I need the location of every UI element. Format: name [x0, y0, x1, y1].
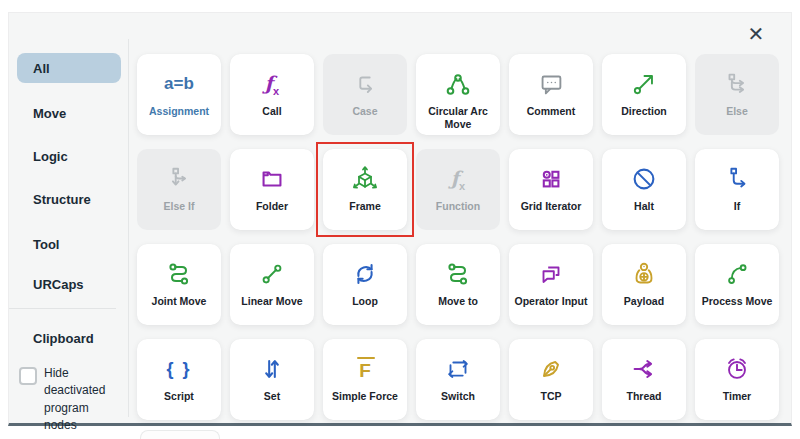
- clipped-next-row-tile: [140, 430, 220, 439]
- node-tile-folder[interactable]: Folder: [230, 149, 314, 230]
- node-tile-label: Move to: [435, 295, 481, 308]
- node-tile-move-to[interactable]: Move to: [416, 244, 500, 325]
- node-tile-label: TCP: [538, 390, 565, 403]
- function-icon: ƒx: [451, 161, 465, 197]
- node-tile-label: Script: [161, 390, 197, 403]
- node-tile-comment[interactable]: Comment: [509, 54, 593, 135]
- node-tile-joint-move[interactable]: Joint Move: [137, 244, 221, 325]
- simple-force-icon: F: [359, 351, 371, 387]
- node-tile-loop[interactable]: Loop: [323, 244, 407, 325]
- node-tile-assignment[interactable]: a=b Assignment: [137, 54, 221, 135]
- thread-icon: [629, 351, 659, 387]
- set-icon: [257, 351, 287, 387]
- node-tile-process-move[interactable]: Process Move: [695, 244, 779, 325]
- node-tile-label: Linear Move: [238, 295, 305, 308]
- node-tile-label: Switch: [438, 390, 478, 403]
- node-tile-function: ƒx Function: [416, 149, 500, 230]
- node-tile-label: Set: [261, 390, 283, 403]
- sidebar-item-label: Structure: [33, 192, 91, 207]
- sidebar-item-logic[interactable]: Logic: [9, 141, 128, 171]
- switch-icon: [443, 351, 473, 387]
- node-tile-thread[interactable]: Thread: [602, 339, 686, 420]
- script-icon: { }: [166, 351, 191, 387]
- sidebar-divider: [9, 308, 116, 309]
- node-tile-label: Frame: [346, 200, 384, 213]
- sidebar-item-label: Clipboard: [33, 331, 94, 346]
- sidebar-item-label: All: [33, 61, 50, 76]
- node-tile-set[interactable]: Set: [230, 339, 314, 420]
- assignment-icon: a=b: [164, 66, 194, 102]
- node-tile-label: Circular Arc Move: [416, 105, 500, 130]
- sidebar-item-label: URCaps: [33, 277, 84, 292]
- node-tile-label: Assignment: [146, 105, 212, 118]
- move-to-icon: [442, 256, 474, 292]
- sidebar-item-label: Logic: [33, 149, 68, 164]
- sidebar-vertical-rule: [128, 39, 129, 417]
- tcp-pen-icon: [536, 351, 566, 387]
- node-tile-label: Timer: [720, 390, 754, 403]
- else-if-icon: [164, 161, 194, 197]
- node-tile-switch[interactable]: Switch: [416, 339, 500, 420]
- folder-icon: [257, 161, 287, 197]
- comment-icon: [536, 66, 566, 102]
- process-move-icon: [722, 256, 752, 292]
- node-tile-grid-iterator[interactable]: Grid Iterator: [509, 149, 593, 230]
- node-tile-direction[interactable]: Direction: [602, 54, 686, 135]
- node-tile-label: Else: [723, 105, 751, 118]
- node-tile-label: Joint Move: [149, 295, 210, 308]
- grid-iterator-icon: [536, 161, 566, 197]
- node-tile-if[interactable]: If: [695, 149, 779, 230]
- sidebar-item-all[interactable]: All: [17, 53, 121, 83]
- call-function-icon: ƒx: [265, 66, 279, 102]
- node-tile-label: Operator Input: [512, 295, 591, 308]
- node-tile-label: Halt: [631, 200, 657, 213]
- joint-move-icon: [163, 256, 195, 292]
- sidebar-item-tool[interactable]: Tool: [9, 229, 128, 259]
- node-tile-label: Payload: [621, 295, 667, 308]
- node-tile-label: Direction: [618, 105, 670, 118]
- checkbox-label: Hide deactivated program nodes: [44, 365, 122, 435]
- category-sidebar: All Move Logic Structure Tool URCaps Cli…: [9, 13, 128, 423]
- node-tile-label: Comment: [524, 105, 578, 118]
- direction-icon: [629, 66, 659, 102]
- sidebar-item-label: Move: [33, 106, 66, 121]
- node-tile-linear-move[interactable]: Linear Move: [230, 244, 314, 325]
- node-tile-call[interactable]: ƒx Call: [230, 54, 314, 135]
- sidebar-item-move[interactable]: Move: [9, 98, 128, 128]
- node-tile-payload[interactable]: Payload: [602, 244, 686, 325]
- linear-move-icon: [257, 256, 287, 292]
- close-icon: ✕: [748, 24, 765, 44]
- frame-icon: [349, 161, 381, 197]
- node-tile-simple-force[interactable]: F Simple Force: [323, 339, 407, 420]
- operator-input-icon: [536, 256, 566, 292]
- if-icon: [722, 161, 752, 197]
- checkbox-icon[interactable]: [19, 367, 37, 385]
- hide-deactivated-checkbox[interactable]: Hide deactivated program nodes: [19, 365, 122, 435]
- node-tile-circular-arc-move[interactable]: Circular Arc Move: [416, 54, 500, 135]
- case-icon: [350, 66, 380, 102]
- sidebar-item-urcaps[interactable]: URCaps: [9, 269, 128, 299]
- node-tile-label: Loop: [349, 295, 381, 308]
- close-button[interactable]: ✕: [743, 21, 769, 47]
- node-tile-frame[interactable]: Frame: [323, 149, 407, 230]
- node-tile-label: If: [731, 200, 743, 213]
- node-tile-label: Call: [259, 105, 284, 118]
- circular-arc-move-icon: [442, 66, 474, 102]
- node-tile-label: Else If: [161, 200, 198, 213]
- node-tile-case: Case: [323, 54, 407, 135]
- node-tile-label: Thread: [623, 390, 664, 403]
- sidebar-item-structure[interactable]: Structure: [9, 184, 128, 214]
- program-node-picker-dialog: ✕ All Move Logic Structure Tool URCaps C…: [8, 12, 792, 426]
- node-tile-script[interactable]: { } Script: [137, 339, 221, 420]
- else-icon: [722, 66, 752, 102]
- node-tile-timer[interactable]: Timer: [695, 339, 779, 420]
- node-tile-label: Process Move: [699, 295, 776, 308]
- node-tile-tcp[interactable]: TCP: [509, 339, 593, 420]
- node-tile-halt[interactable]: Halt: [602, 149, 686, 230]
- node-tile-operator-input[interactable]: Operator Input: [509, 244, 593, 325]
- sidebar-item-clipboard[interactable]: Clipboard: [9, 323, 128, 353]
- node-tile-label: Grid Iterator: [518, 200, 585, 213]
- node-tile-else-if: Else If: [137, 149, 221, 230]
- loop-icon: [350, 256, 380, 292]
- node-tile-label: Case: [349, 105, 380, 118]
